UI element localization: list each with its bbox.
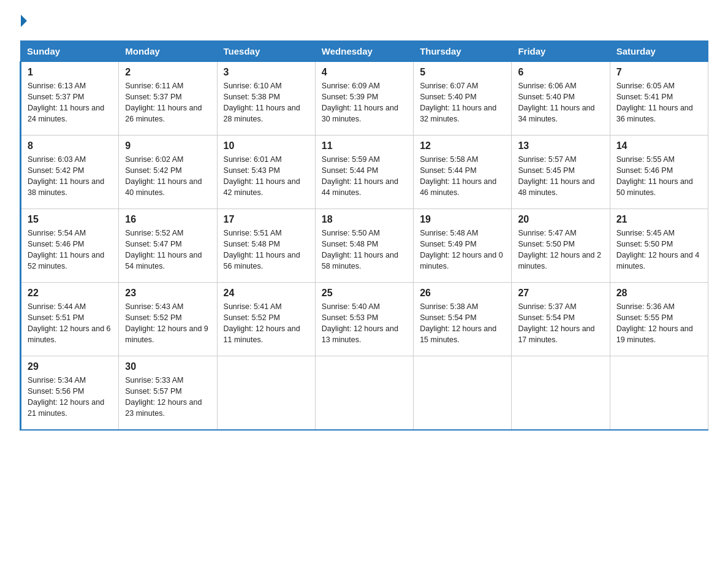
calendar-cell: 19Sunrise: 5:48 AMSunset: 5:49 PMDayligh… [414, 209, 512, 283]
day-number: 6 [518, 67, 603, 78]
day-info: Sunrise: 5:58 AMSunset: 5:44 PMDaylight:… [420, 154, 505, 199]
calendar-cell: 10Sunrise: 6:01 AMSunset: 5:43 PMDayligh… [217, 136, 315, 209]
header-day-monday: Monday [119, 41, 217, 62]
day-info: Sunrise: 5:34 AMSunset: 5:56 PMDaylight:… [28, 375, 112, 419]
day-info: Sunrise: 6:03 AMSunset: 5:42 PMDaylight:… [28, 154, 112, 199]
day-number: 22 [28, 288, 112, 299]
calendar-cell: 6Sunrise: 6:06 AMSunset: 5:40 PMDaylight… [512, 62, 610, 136]
calendar-cell: 30Sunrise: 5:33 AMSunset: 5:57 PMDayligh… [119, 356, 217, 430]
day-number: 24 [224, 288, 309, 299]
header [20, 15, 708, 29]
calendar-cell: 7Sunrise: 6:05 AMSunset: 5:41 PMDaylight… [610, 62, 708, 136]
logo-triangle-icon [21, 15, 27, 27]
day-number: 27 [518, 288, 603, 299]
calendar-cell: 25Sunrise: 5:40 AMSunset: 5:53 PMDayligh… [315, 283, 413, 356]
day-number: 19 [420, 214, 505, 225]
calendar-cell: 22Sunrise: 5:44 AMSunset: 5:51 PMDayligh… [21, 283, 119, 356]
day-info: Sunrise: 5:47 AMSunset: 5:50 PMDaylight:… [518, 228, 603, 272]
day-info: Sunrise: 5:55 AMSunset: 5:46 PMDaylight:… [616, 154, 702, 199]
header-day-tuesday: Tuesday [217, 41, 315, 62]
calendar-cell [414, 356, 512, 430]
calendar-cell: 16Sunrise: 5:52 AMSunset: 5:47 PMDayligh… [119, 209, 217, 283]
calendar-cell: 2Sunrise: 6:11 AMSunset: 5:37 PMDaylight… [119, 62, 217, 136]
calendar-body: 1Sunrise: 6:13 AMSunset: 5:37 PMDaylight… [21, 62, 708, 430]
header-row: SundayMondayTuesdayWednesdayThursdayFrid… [21, 41, 708, 62]
calendar-cell: 3Sunrise: 6:10 AMSunset: 5:38 PMDaylight… [217, 62, 315, 136]
day-number: 15 [28, 214, 112, 225]
day-info: Sunrise: 6:13 AMSunset: 5:37 PMDaylight:… [28, 80, 112, 125]
day-number: 5 [420, 67, 505, 78]
day-info: Sunrise: 5:51 AMSunset: 5:48 PMDaylight:… [224, 228, 309, 272]
header-day-friday: Friday [512, 41, 610, 62]
day-info: Sunrise: 5:38 AMSunset: 5:54 PMDaylight:… [420, 301, 505, 346]
calendar-cell: 20Sunrise: 5:47 AMSunset: 5:50 PMDayligh… [512, 209, 610, 283]
day-info: Sunrise: 6:07 AMSunset: 5:40 PMDaylight:… [420, 80, 505, 125]
day-number: 23 [125, 288, 210, 299]
calendar-header: SundayMondayTuesdayWednesdayThursdayFrid… [21, 41, 708, 62]
calendar-cell: 14Sunrise: 5:55 AMSunset: 5:46 PMDayligh… [610, 136, 708, 209]
day-number: 11 [322, 140, 407, 151]
day-info: Sunrise: 5:45 AMSunset: 5:50 PMDaylight:… [616, 228, 702, 272]
calendar-cell: 8Sunrise: 6:03 AMSunset: 5:42 PMDaylight… [21, 136, 119, 209]
calendar-cell [512, 356, 610, 430]
day-number: 7 [616, 67, 702, 78]
week-row-5: 29Sunrise: 5:34 AMSunset: 5:56 PMDayligh… [21, 356, 708, 430]
day-info: Sunrise: 6:09 AMSunset: 5:39 PMDaylight:… [322, 80, 407, 125]
calendar-cell: 27Sunrise: 5:37 AMSunset: 5:54 PMDayligh… [512, 283, 610, 356]
day-info: Sunrise: 5:54 AMSunset: 5:46 PMDaylight:… [28, 228, 112, 272]
day-info: Sunrise: 5:33 AMSunset: 5:57 PMDaylight:… [125, 375, 210, 419]
day-number: 4 [322, 67, 407, 78]
calendar-cell: 5Sunrise: 6:07 AMSunset: 5:40 PMDaylight… [414, 62, 512, 136]
day-number: 14 [616, 140, 702, 151]
week-row-2: 8Sunrise: 6:03 AMSunset: 5:42 PMDaylight… [21, 136, 708, 209]
calendar-cell: 1Sunrise: 6:13 AMSunset: 5:37 PMDaylight… [21, 62, 119, 136]
day-number: 30 [125, 361, 210, 372]
day-info: Sunrise: 5:59 AMSunset: 5:44 PMDaylight:… [322, 154, 407, 199]
calendar-cell: 29Sunrise: 5:34 AMSunset: 5:56 PMDayligh… [21, 356, 119, 430]
day-info: Sunrise: 6:05 AMSunset: 5:41 PMDaylight:… [616, 80, 702, 125]
day-info: Sunrise: 6:02 AMSunset: 5:42 PMDaylight:… [125, 154, 210, 199]
day-number: 20 [518, 214, 603, 225]
calendar-cell: 15Sunrise: 5:54 AMSunset: 5:46 PMDayligh… [21, 209, 119, 283]
week-row-3: 15Sunrise: 5:54 AMSunset: 5:46 PMDayligh… [21, 209, 708, 283]
calendar-cell: 13Sunrise: 5:57 AMSunset: 5:45 PMDayligh… [512, 136, 610, 209]
header-day-wednesday: Wednesday [315, 41, 413, 62]
header-day-thursday: Thursday [414, 41, 512, 62]
calendar-cell: 17Sunrise: 5:51 AMSunset: 5:48 PMDayligh… [217, 209, 315, 283]
day-info: Sunrise: 5:41 AMSunset: 5:52 PMDaylight:… [224, 301, 309, 346]
calendar-table: SundayMondayTuesdayWednesdayThursdayFrid… [20, 40, 708, 431]
day-number: 12 [420, 140, 505, 151]
day-number: 8 [28, 140, 112, 151]
day-info: Sunrise: 5:37 AMSunset: 5:54 PMDaylight:… [518, 301, 603, 346]
day-number: 13 [518, 140, 603, 151]
calendar-cell: 18Sunrise: 5:50 AMSunset: 5:48 PMDayligh… [315, 209, 413, 283]
calendar-cell: 28Sunrise: 5:36 AMSunset: 5:55 PMDayligh… [610, 283, 708, 356]
day-number: 9 [125, 140, 210, 151]
calendar-cell: 4Sunrise: 6:09 AMSunset: 5:39 PMDaylight… [315, 62, 413, 136]
week-row-4: 22Sunrise: 5:44 AMSunset: 5:51 PMDayligh… [21, 283, 708, 356]
calendar-cell [315, 356, 413, 430]
calendar-cell [217, 356, 315, 430]
header-day-saturday: Saturday [610, 41, 708, 62]
day-info: Sunrise: 5:50 AMSunset: 5:48 PMDaylight:… [322, 228, 407, 272]
day-number: 2 [125, 67, 210, 78]
day-number: 16 [125, 214, 210, 225]
calendar-cell: 21Sunrise: 5:45 AMSunset: 5:50 PMDayligh… [610, 209, 708, 283]
day-info: Sunrise: 5:43 AMSunset: 5:52 PMDaylight:… [125, 301, 210, 346]
day-info: Sunrise: 5:44 AMSunset: 5:51 PMDaylight:… [28, 301, 112, 346]
day-info: Sunrise: 5:40 AMSunset: 5:53 PMDaylight:… [322, 301, 407, 346]
day-number: 3 [224, 67, 309, 78]
day-number: 25 [322, 288, 407, 299]
day-info: Sunrise: 6:11 AMSunset: 5:37 PMDaylight:… [125, 80, 210, 125]
calendar-cell [610, 356, 708, 430]
day-info: Sunrise: 5:48 AMSunset: 5:49 PMDaylight:… [420, 228, 505, 272]
calendar-cell: 23Sunrise: 5:43 AMSunset: 5:52 PMDayligh… [119, 283, 217, 356]
day-info: Sunrise: 6:10 AMSunset: 5:38 PMDaylight:… [224, 80, 309, 125]
day-number: 1 [28, 67, 112, 78]
calendar-cell: 12Sunrise: 5:58 AMSunset: 5:44 PMDayligh… [414, 136, 512, 209]
day-number: 10 [224, 140, 309, 151]
calendar-cell: 26Sunrise: 5:38 AMSunset: 5:54 PMDayligh… [414, 283, 512, 356]
week-row-1: 1Sunrise: 6:13 AMSunset: 5:37 PMDaylight… [21, 62, 708, 136]
day-number: 17 [224, 214, 309, 225]
day-info: Sunrise: 6:01 AMSunset: 5:43 PMDaylight:… [224, 154, 309, 199]
